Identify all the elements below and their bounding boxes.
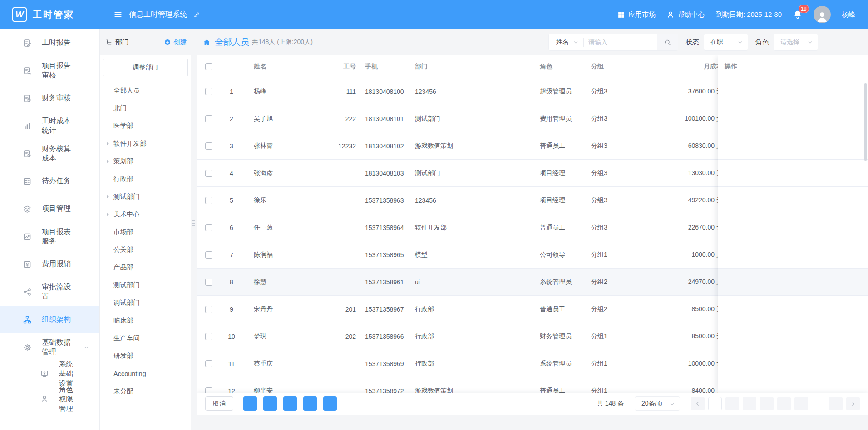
sidebar-item[interactable]: 项目管理 [0,195,99,223]
batch-action-button[interactable] [303,396,317,411]
page-number-button[interactable] [708,397,722,410]
cell-name: 张林霄 [242,142,317,150]
dept-tree-item[interactable]: 医学部 [103,117,188,135]
dept-tree-item[interactable]: 软件开发部 [103,135,188,152]
search-button[interactable] [657,34,678,50]
cell-empno: 111 [317,88,356,95]
caret-right-icon[interactable] [107,142,109,146]
ic-flow [23,288,32,297]
search-input[interactable] [584,39,657,46]
avatar[interactable] [814,6,831,23]
caret-right-icon[interactable] [107,213,109,216]
cell-group: 分组1 [587,332,642,341]
sidebar-item-label: 项目管理 [42,204,71,214]
cell-dept: 测试部门 [410,169,533,177]
page-size-select[interactable]: 20条/页 [635,396,680,411]
dept-tree-item[interactable]: 北门 [103,99,188,117]
sidebar-item-label: 待办任务 [42,176,71,186]
row-checkbox[interactable] [205,115,212,122]
dept-tree-item[interactable]: 测试部门 [103,276,188,294]
chevron-up-icon[interactable] [83,344,89,351]
page-number-button[interactable] [829,397,843,410]
cell-phone: 18130408101 [356,115,410,122]
app-market-link[interactable]: 应用市场 [617,10,656,19]
dept-tree-item[interactable]: 生产车间 [103,329,188,347]
drag-handle-icon[interactable] [192,220,195,226]
scrollbar-thumb[interactable] [864,83,867,161]
row-checkbox[interactable] [205,88,212,95]
row-checkbox[interactable] [205,142,212,150]
panel-splitter[interactable] [191,55,197,430]
batch-action-button[interactable] [323,396,337,411]
dept-tree-item[interactable]: 测试部门 [103,188,188,205]
page-number-button[interactable] [725,397,739,410]
row-checkbox[interactable] [205,360,212,367]
dept-tree-item[interactable]: 策划部 [103,152,188,170]
caret-right-icon[interactable] [107,195,109,199]
sidebar-item[interactable]: 工时成本统计 [0,112,99,140]
page-number-button[interactable] [743,397,756,410]
cell-role: 项目经理 [533,169,587,177]
dept-tree-item[interactable]: 美术中心 [103,205,188,223]
page-number-button[interactable] [777,397,791,410]
dept-tree-item[interactable]: 全部人员 [103,82,188,99]
dept-tree-item[interactable]: 调试部门 [103,294,188,312]
role-select[interactable]: 请选择 [774,34,818,51]
cancel-button[interactable]: 取消 [205,396,233,411]
next-page-button[interactable] [846,397,860,410]
sidebar-item[interactable]: 角色权限管理 [0,386,99,412]
row-checkbox[interactable] [205,333,212,340]
batch-action-button[interactable] [263,396,277,411]
vertical-scrollbar[interactable] [864,80,867,391]
batch-action-button[interactable] [283,396,297,411]
sidebar-item[interactable]: 工时报告 [0,29,99,57]
status-select[interactable]: 在职 [704,34,748,51]
page-number-button[interactable] [760,397,774,410]
notification-bell[interactable]: 18 [793,10,803,20]
ic-gear [23,343,32,352]
row-actions [718,160,868,187]
sidebar-item[interactable]: 待办任务 [0,167,99,195]
row-checkbox[interactable] [205,306,212,313]
dept-tree-item[interactable]: 产品部 [103,259,188,276]
select-all-checkbox[interactable] [205,63,212,70]
sidebar-item[interactable]: 基础数据管理 [0,333,99,361]
row-checkbox[interactable] [205,170,212,177]
row-checkbox[interactable] [205,279,212,286]
dept-tree-item[interactable]: 研发部 [103,347,188,365]
dept-tree-item[interactable]: 公关部 [103,241,188,259]
row-checkbox[interactable] [205,251,212,259]
edit-title-icon[interactable] [193,11,201,18]
home-icon[interactable] [202,38,211,47]
dept-item-label: 北门 [113,104,127,112]
notification-badge: 18 [799,5,809,13]
dept-tree-item[interactable]: Accounting [103,365,188,382]
sidebar-item[interactable]: 费用报销 [0,250,99,278]
page-number-button[interactable] [812,397,825,410]
create-dept-button[interactable]: 创建 [164,38,187,47]
row-checkbox[interactable] [205,224,212,231]
current-group-title[interactable]: 全部人员 [215,36,249,48]
sidebar-item[interactable]: 项目报告审核 [0,57,99,84]
batch-action-button[interactable] [243,396,257,411]
dept-tree-item[interactable]: 市场部 [103,223,188,241]
sidebar-item[interactable]: 财务核算成本 [0,140,99,167]
menu-icon[interactable] [113,10,123,19]
help-center-link[interactable]: 帮助中心 [666,10,705,19]
page-number-button[interactable] [794,397,808,410]
prev-page-button[interactable] [691,397,705,410]
sidebar-item[interactable]: 系统基础设置 [0,361,99,386]
cell-empno: 201 [317,306,356,313]
sidebar-item[interactable]: 审批流设置 [0,278,99,306]
dept-tree-item[interactable]: 临床部 [103,312,188,329]
cell-role: 财务管理员 [533,332,587,341]
dept-tree-item[interactable]: 未分配 [103,382,188,400]
adjust-dept-button[interactable]: 调整部门 [103,59,188,76]
caret-right-icon[interactable] [107,160,109,163]
dept-tree-item[interactable]: 行政部 [103,170,188,188]
row-checkbox[interactable] [205,197,212,204]
search-field-select[interactable]: 姓名 [549,38,583,46]
sidebar-item[interactable]: 项目报表服务 [0,223,99,250]
sidebar-item[interactable]: 组织架构 [0,306,99,333]
sidebar-item[interactable]: 财务审核 [0,84,99,112]
